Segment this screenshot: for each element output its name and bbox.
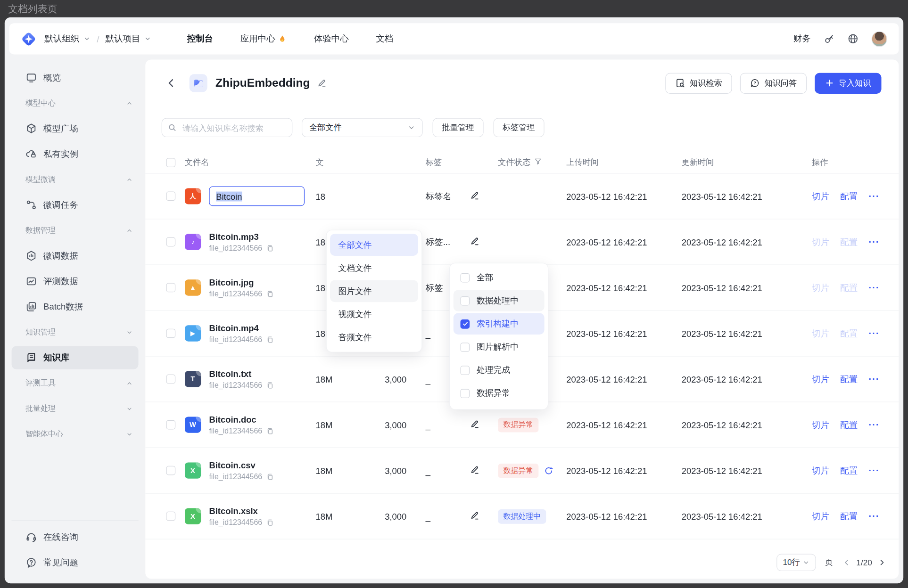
batch-manage-button[interactable]: 批量管理	[433, 118, 484, 138]
row-checkbox[interactable]	[166, 420, 176, 430]
nav-console[interactable]: 控制台	[187, 33, 213, 44]
more-actions[interactable]: ···	[868, 237, 879, 247]
copy-icon[interactable]	[266, 244, 274, 252]
page-size-select[interactable]: 10行	[776, 554, 816, 571]
user-avatar[interactable]	[872, 31, 887, 47]
file-type-option-视频文件[interactable]: 视频文件	[330, 303, 418, 326]
status-option-处理完成[interactable]: 处理完成	[454, 359, 545, 381]
globe-icon[interactable]	[847, 33, 859, 45]
more-actions[interactable]: ···	[868, 466, 879, 476]
sidebar-item-常见问题[interactable]: 常见问题	[12, 551, 139, 574]
sidebar-item-Batch数据[interactable]: Batch数据	[12, 295, 139, 318]
more-actions[interactable]: ···	[868, 511, 879, 522]
file-type-option-图片文件[interactable]: 图片文件	[330, 280, 418, 302]
retry-icon[interactable]	[545, 466, 553, 474]
status-option-索引构建中[interactable]: 索引构建中	[454, 313, 545, 335]
config-action[interactable]: 配置	[840, 374, 858, 384]
status-option-全部[interactable]: 全部	[454, 267, 545, 288]
sidebar-item-知识库[interactable]: 知识库	[12, 346, 139, 369]
tag-manage-button[interactable]: 标签管理	[494, 118, 545, 138]
copy-icon[interactable]	[266, 473, 274, 481]
status-option-数据处理中[interactable]: 数据处理中	[454, 290, 545, 311]
more-actions[interactable]: ···	[868, 420, 879, 430]
prev-page-icon[interactable]	[842, 558, 850, 566]
more-actions[interactable]: ···	[868, 191, 879, 201]
config-action[interactable]: 配置	[840, 419, 858, 430]
access-key-icon[interactable]	[824, 33, 834, 44]
sidebar-section-数据管理[interactable]: 数据管理	[12, 219, 139, 242]
status-option-checkbox[interactable]	[461, 319, 470, 328]
sidebar-item-模型广场[interactable]: 模型广场	[12, 117, 139, 140]
nav-experience-center[interactable]: 体验中心	[314, 33, 349, 44]
sidebar-section-模型中心[interactable]: 模型中心	[12, 91, 139, 114]
sidebar-item-评测数据[interactable]: 评测数据	[12, 270, 139, 293]
edit-tag-icon[interactable]	[452, 510, 484, 522]
file-type-option-音频文件[interactable]: 音频文件	[330, 327, 418, 349]
copy-icon[interactable]	[266, 290, 274, 298]
sidebar-section-知识管理[interactable]: 知识管理	[12, 320, 139, 343]
status-option-checkbox[interactable]	[461, 296, 470, 305]
file-type-select[interactable]: 全部文件	[302, 118, 423, 138]
row-checkbox[interactable]	[166, 283, 176, 293]
edit-tag-icon[interactable]	[452, 190, 484, 202]
filter-funnel-icon[interactable]	[534, 157, 542, 167]
config-action[interactable]: 配置	[840, 511, 858, 522]
status-option-checkbox[interactable]	[461, 273, 470, 282]
slice-action[interactable]: 切片	[812, 191, 829, 202]
copy-icon[interactable]	[266, 335, 274, 343]
import-knowledge-button[interactable]: 导入知识	[815, 73, 881, 93]
more-actions[interactable]: ···	[868, 374, 879, 384]
status-option-图片解析中[interactable]: 图片解析中	[454, 336, 545, 358]
more-actions[interactable]: ···	[868, 282, 879, 293]
slice-action[interactable]: 切片	[812, 374, 829, 384]
back-button[interactable]	[165, 78, 176, 89]
file-type-option-全部文件[interactable]: 全部文件	[330, 234, 418, 256]
nav-finance[interactable]: 财务	[793, 33, 811, 44]
sidebar-item-在线咨询[interactable]: 在线咨询	[12, 525, 139, 548]
row-checkbox[interactable]	[166, 329, 176, 338]
chevron-down-icon[interactable]	[83, 35, 91, 42]
nav-docs[interactable]: 文档	[376, 33, 393, 44]
row-checkbox[interactable]	[166, 375, 176, 384]
sidebar-section-模型微调[interactable]: 模型微调	[12, 168, 139, 191]
copy-icon[interactable]	[266, 518, 274, 526]
slice-action[interactable]: 切片	[812, 465, 829, 476]
status-option-checkbox[interactable]	[461, 389, 470, 398]
file-type-option-文档文件[interactable]: 文档文件	[330, 257, 418, 279]
nav-app-center[interactable]: 应用中心	[240, 33, 287, 44]
sidebar-section-评测工具[interactable]: 评测工具	[12, 372, 139, 395]
edit-tag-icon[interactable]	[452, 419, 484, 431]
next-page-icon[interactable]	[878, 558, 886, 566]
knowledge-qa-button[interactable]: ?知识问答	[740, 73, 807, 93]
project-switcher[interactable]: 默认项目	[106, 33, 140, 44]
sidebar-item-微调数据[interactable]: 微调数据	[12, 244, 139, 267]
status-option-checkbox[interactable]	[461, 343, 470, 352]
sidebar-item-概览[interactable]: 概览	[12, 66, 139, 89]
config-action[interactable]: 配置	[840, 191, 858, 202]
row-checkbox[interactable]	[166, 512, 176, 521]
sidebar-item-微调任务[interactable]: 微调任务	[12, 193, 139, 216]
row-checkbox[interactable]	[166, 192, 176, 201]
copy-icon[interactable]	[266, 427, 274, 435]
rename-icon[interactable]	[317, 78, 327, 88]
slice-action[interactable]: 切片	[812, 419, 829, 430]
search-input[interactable]	[181, 122, 286, 133]
edit-tag-icon[interactable]	[452, 236, 484, 248]
row-checkbox[interactable]	[166, 466, 176, 475]
status-option-数据异常[interactable]: 数据异常	[454, 383, 545, 404]
more-actions[interactable]: ···	[868, 328, 879, 338]
edit-tag-icon[interactable]	[452, 465, 484, 476]
sidebar-section-智能体中心[interactable]: 智能体中心	[12, 423, 139, 446]
select-all-checkbox[interactable]	[166, 158, 176, 167]
sidebar-item-私有实例[interactable]: 私有实例	[12, 142, 139, 165]
brand-logo-icon[interactable]	[21, 31, 36, 47]
row-checkbox[interactable]	[166, 237, 176, 247]
knowledge-search-button[interactable]: 知识检索	[665, 73, 732, 93]
org-switcher[interactable]: 默认组织	[45, 33, 80, 44]
file-name-edit-input[interactable]: Bitcoin	[209, 187, 305, 206]
copy-icon[interactable]	[266, 381, 274, 389]
sidebar-section-批量处理[interactable]: 批量处理	[12, 397, 139, 420]
chevron-down-icon[interactable]	[144, 35, 151, 42]
config-action[interactable]: 配置	[840, 465, 858, 476]
slice-action[interactable]: 切片	[812, 511, 829, 522]
